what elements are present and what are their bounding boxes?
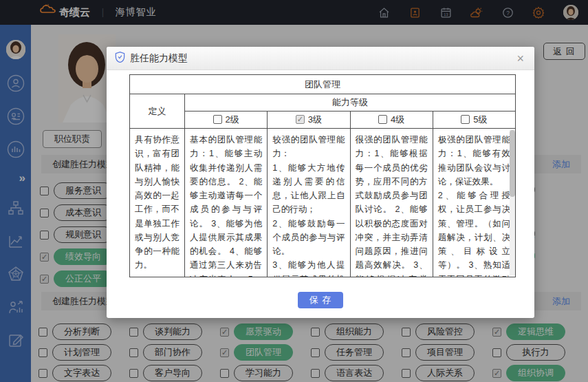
competency-table: 团队管理 定义 能力等级 2级 3级 4级 5级 具有协作意识，富有团队精神，能… [129,74,516,277]
shield-icon [115,52,125,65]
level-4-text: 很强的团队管理能力：1、能够根据每一个成员的优劣势，应用不同的方式鼓励成员参与团… [350,129,433,277]
app-window: 奇绩云 ｜ 海博智业 13 ? [0,0,588,382]
level-2-text: 基本的团队管理能力：1、能够主动收集并传递别人需要的信息。 2、能够主动邀请每一… [185,129,268,277]
competency-table-wrap: 团队管理 定义 能力等级 2级 3级 4级 5级 具有协作意识，富有团队精神，能… [129,74,516,277]
level-3-checkbox[interactable] [296,115,305,124]
level-2-header: 2级 [185,112,268,129]
dialog-title: 胜任能力模型 [130,52,188,65]
definition-cell: 具有协作意识，富有团队精神，能与别人愉快高效的一起工作，而不是单独工作或与别人竞… [130,129,185,277]
level-5-header: 5级 [433,112,515,129]
save-button[interactable]: 保 存 [298,292,343,308]
level-2-checkbox[interactable] [213,115,222,124]
scrollbar-thumb[interactable] [510,130,515,197]
dialog-header: 胜任能力模型 × [107,47,534,70]
level-3-text: 较强的团队管理能力： 1、能够大方地传递别人需要的信息，让他人跟上自己的行动； … [268,129,350,277]
competency-model-dialog: 胜任能力模型 × 团队管理 定义 能力等级 2级 3级 4级 5级 [107,47,534,318]
level-4-checkbox[interactable] [378,115,387,124]
level-5-checkbox[interactable] [461,115,470,124]
level-3-header: 3级 [268,112,350,129]
level-4-header: 4级 [350,112,433,129]
level-header: 能力等级 [185,94,516,112]
competency-name: 团队管理 [130,75,516,94]
table-scrollbar[interactable] [510,129,515,275]
level-5-text: 极强的团队管理能力：1、能够有效推动团队会议与讨论，保证效果。 2、能够合理授权… [433,129,515,277]
definition-label: 定义 [130,94,185,129]
close-icon[interactable]: × [514,52,526,65]
